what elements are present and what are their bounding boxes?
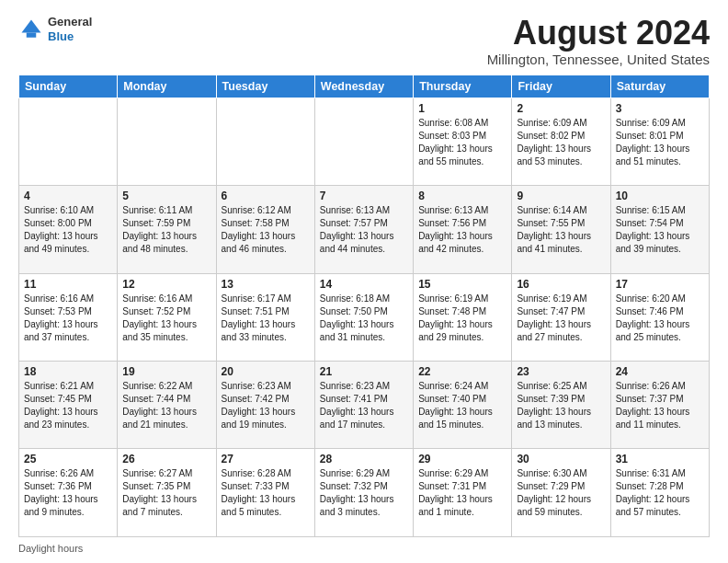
day-cell: 7Sunrise: 6:13 AM Sunset: 7:57 PM Daylig… xyxy=(314,186,413,273)
day-info: Sunrise: 6:26 AM Sunset: 7:36 PM Dayligh… xyxy=(24,467,112,519)
week-row: 11Sunrise: 6:16 AM Sunset: 7:53 PM Dayli… xyxy=(19,273,710,361)
header-cell: Saturday xyxy=(610,75,709,98)
day-number: 13 xyxy=(222,278,310,291)
week-row: 1Sunrise: 6:08 AM Sunset: 8:03 PM Daylig… xyxy=(19,98,710,185)
day-cell: 2Sunrise: 6:09 AM Sunset: 8:02 PM Daylig… xyxy=(512,98,610,185)
day-cell: 19Sunrise: 6:22 AM Sunset: 7:44 PM Dayli… xyxy=(118,362,216,449)
header: General Blue August 2024 Millington, Ten… xyxy=(18,15,710,67)
page: General Blue August 2024 Millington, Ten… xyxy=(0,0,728,563)
day-info: Sunrise: 6:09 AM Sunset: 8:01 PM Dayligh… xyxy=(616,117,704,168)
day-number: 28 xyxy=(320,453,408,465)
day-cell: 15Sunrise: 6:19 AM Sunset: 7:48 PM Dayli… xyxy=(414,273,512,361)
day-info: Sunrise: 6:17 AM Sunset: 7:51 PM Dayligh… xyxy=(222,293,310,344)
day-info: Sunrise: 6:30 AM Sunset: 7:29 PM Dayligh… xyxy=(517,467,605,519)
day-number: 2 xyxy=(517,102,605,115)
day-info: Sunrise: 6:22 AM Sunset: 7:44 PM Dayligh… xyxy=(122,380,210,431)
footer-text: Daylight hours xyxy=(18,543,83,554)
day-cell: 3Sunrise: 6:09 AM Sunset: 8:01 PM Daylig… xyxy=(610,98,709,185)
day-number: 31 xyxy=(616,453,704,465)
day-info: Sunrise: 6:18 AM Sunset: 7:50 PM Dayligh… xyxy=(320,293,408,344)
day-info: Sunrise: 6:31 AM Sunset: 7:28 PM Dayligh… xyxy=(616,467,704,519)
day-number: 18 xyxy=(24,365,112,378)
day-number: 14 xyxy=(320,278,408,291)
day-cell: 10Sunrise: 6:15 AM Sunset: 7:54 PM Dayli… xyxy=(610,186,709,273)
week-row: 18Sunrise: 6:21 AM Sunset: 7:45 PM Dayli… xyxy=(19,362,710,449)
day-info: Sunrise: 6:12 AM Sunset: 7:58 PM Dayligh… xyxy=(222,204,310,256)
day-number: 7 xyxy=(320,190,408,202)
day-cell: 25Sunrise: 6:26 AM Sunset: 7:36 PM Dayli… xyxy=(19,449,118,537)
day-number: 25 xyxy=(24,453,112,465)
day-cell: 21Sunrise: 6:23 AM Sunset: 7:41 PM Dayli… xyxy=(314,362,413,449)
day-cell: 11Sunrise: 6:16 AM Sunset: 7:53 PM Dayli… xyxy=(19,273,118,361)
day-number: 16 xyxy=(517,278,605,291)
day-info: Sunrise: 6:23 AM Sunset: 7:41 PM Dayligh… xyxy=(320,380,408,431)
day-info: Sunrise: 6:08 AM Sunset: 8:03 PM Dayligh… xyxy=(418,117,506,168)
day-cell: 6Sunrise: 6:12 AM Sunset: 7:58 PM Daylig… xyxy=(216,186,314,273)
logo: General Blue xyxy=(18,15,92,43)
day-number: 6 xyxy=(222,190,310,202)
logo-text: General Blue xyxy=(48,15,92,43)
day-cell: 24Sunrise: 6:26 AM Sunset: 7:37 PM Dayli… xyxy=(610,362,709,449)
day-number: 27 xyxy=(222,453,310,465)
day-info: Sunrise: 6:11 AM Sunset: 7:59 PM Dayligh… xyxy=(122,204,210,256)
day-cell: 20Sunrise: 6:23 AM Sunset: 7:42 PM Dayli… xyxy=(216,362,314,449)
day-number: 8 xyxy=(418,190,506,202)
title-block: August 2024 Millington, Tennessee, Unite… xyxy=(487,15,710,67)
day-info: Sunrise: 6:20 AM Sunset: 7:46 PM Dayligh… xyxy=(616,293,704,344)
week-row: 25Sunrise: 6:26 AM Sunset: 7:36 PM Dayli… xyxy=(19,449,710,537)
calendar-table: SundayMondayTuesdayWednesdayThursdayFrid… xyxy=(18,75,710,537)
day-info: Sunrise: 6:15 AM Sunset: 7:54 PM Dayligh… xyxy=(616,204,704,256)
day-number: 4 xyxy=(24,190,112,202)
day-cell: 27Sunrise: 6:28 AM Sunset: 7:33 PM Dayli… xyxy=(216,449,314,537)
day-cell: 18Sunrise: 6:21 AM Sunset: 7:45 PM Dayli… xyxy=(19,362,118,449)
day-cell: 28Sunrise: 6:29 AM Sunset: 7:32 PM Dayli… xyxy=(314,449,413,537)
day-cell: 9Sunrise: 6:14 AM Sunset: 7:55 PM Daylig… xyxy=(512,186,610,273)
header-cell: Tuesday xyxy=(216,75,314,98)
day-info: Sunrise: 6:29 AM Sunset: 7:32 PM Dayligh… xyxy=(320,467,408,519)
day-cell: 5Sunrise: 6:11 AM Sunset: 7:59 PM Daylig… xyxy=(118,186,216,273)
day-info: Sunrise: 6:29 AM Sunset: 7:31 PM Dayligh… xyxy=(418,467,506,519)
day-number: 21 xyxy=(320,365,408,378)
day-info: Sunrise: 6:25 AM Sunset: 7:39 PM Dayligh… xyxy=(517,380,605,431)
day-info: Sunrise: 6:14 AM Sunset: 7:55 PM Dayligh… xyxy=(517,204,605,256)
day-info: Sunrise: 6:16 AM Sunset: 7:53 PM Dayligh… xyxy=(24,293,112,344)
header-row: SundayMondayTuesdayWednesdayThursdayFrid… xyxy=(19,75,710,98)
day-number: 24 xyxy=(616,365,704,378)
header-cell: Thursday xyxy=(414,75,512,98)
day-info: Sunrise: 6:19 AM Sunset: 7:47 PM Dayligh… xyxy=(517,293,605,344)
page-subtitle: Millington, Tennessee, United States xyxy=(487,52,710,67)
day-number: 23 xyxy=(517,365,605,378)
day-info: Sunrise: 6:27 AM Sunset: 7:35 PM Dayligh… xyxy=(122,467,210,519)
day-number: 17 xyxy=(616,278,704,291)
logo-general: General xyxy=(48,15,92,29)
day-info: Sunrise: 6:13 AM Sunset: 7:57 PM Dayligh… xyxy=(320,204,408,256)
week-row: 4Sunrise: 6:10 AM Sunset: 8:00 PM Daylig… xyxy=(19,186,710,273)
header-cell: Wednesday xyxy=(314,75,413,98)
day-cell xyxy=(118,98,216,185)
logo-blue: Blue xyxy=(48,29,92,44)
day-cell: 13Sunrise: 6:17 AM Sunset: 7:51 PM Dayli… xyxy=(216,273,314,361)
day-number: 1 xyxy=(418,102,506,115)
day-number: 5 xyxy=(122,190,210,202)
day-number: 11 xyxy=(24,278,112,291)
day-info: Sunrise: 6:23 AM Sunset: 7:42 PM Dayligh… xyxy=(222,380,310,431)
day-cell: 1Sunrise: 6:08 AM Sunset: 8:03 PM Daylig… xyxy=(414,98,512,185)
page-title: August 2024 xyxy=(487,15,710,52)
day-cell xyxy=(314,98,413,185)
day-cell xyxy=(19,98,118,185)
day-number: 26 xyxy=(122,453,210,465)
day-info: Sunrise: 6:10 AM Sunset: 8:00 PM Dayligh… xyxy=(24,204,112,256)
day-number: 15 xyxy=(418,278,506,291)
day-number: 10 xyxy=(616,190,704,202)
day-cell: 16Sunrise: 6:19 AM Sunset: 7:47 PM Dayli… xyxy=(512,273,610,361)
header-cell: Sunday xyxy=(19,75,118,98)
day-number: 29 xyxy=(418,453,506,465)
day-cell: 4Sunrise: 6:10 AM Sunset: 8:00 PM Daylig… xyxy=(19,186,118,273)
day-number: 19 xyxy=(122,365,210,378)
day-cell: 8Sunrise: 6:13 AM Sunset: 7:56 PM Daylig… xyxy=(414,186,512,273)
day-info: Sunrise: 6:16 AM Sunset: 7:52 PM Dayligh… xyxy=(122,293,210,344)
header-cell: Friday xyxy=(512,75,610,98)
day-cell: 17Sunrise: 6:20 AM Sunset: 7:46 PM Dayli… xyxy=(610,273,709,361)
day-cell: 26Sunrise: 6:27 AM Sunset: 7:35 PM Dayli… xyxy=(118,449,216,537)
svg-rect-1 xyxy=(27,32,37,37)
